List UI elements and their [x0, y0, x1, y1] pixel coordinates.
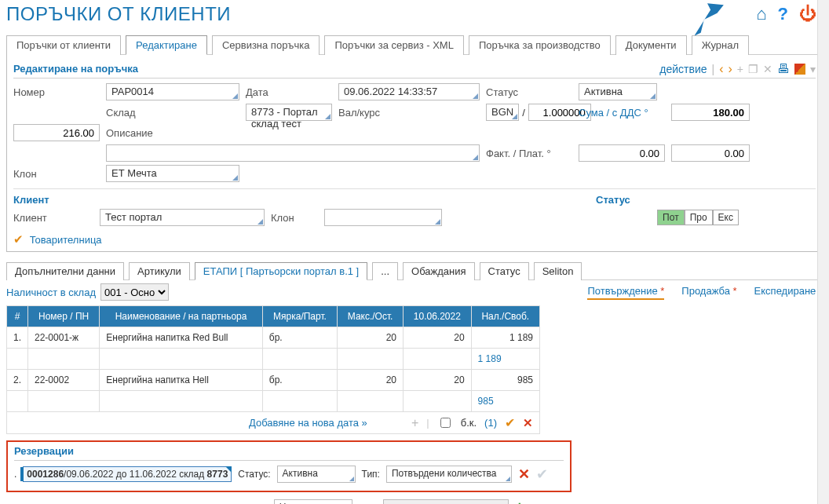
dropdown-icon[interactable]: ▾: [810, 63, 816, 75]
th-avail[interactable]: Нал./Своб.: [471, 306, 539, 327]
power-icon[interactable]: ⏻: [799, 4, 816, 24]
cell-date: 20: [404, 327, 472, 349]
cell-name: Енергийна напитка Red Bull: [100, 327, 263, 349]
items-table: # Номер / ПН Наименование / на партньора…: [6, 305, 540, 412]
copy-icon[interactable]: ❐: [748, 63, 758, 75]
th-idx[interactable]: #: [7, 306, 28, 327]
table-row[interactable]: 2. 22-0002 Енергийна напитка Hell бр. 20…: [7, 370, 540, 391]
subtab-dots[interactable]: ...: [372, 262, 398, 280]
cancel-icon[interactable]: ✕: [523, 416, 533, 430]
scrollbar[interactable]: [817, 0, 829, 504]
table-row-sub[interactable]: 985: [7, 391, 540, 412]
th-num[interactable]: Номер / ПН: [28, 306, 100, 327]
count-label: (1): [484, 417, 497, 429]
subtab-articles[interactable]: Артикули: [129, 262, 190, 280]
res-idx: .: [14, 469, 16, 480]
shipment-note-link[interactable]: Товарителница: [30, 234, 102, 246]
input-currency[interactable]: BGN: [486, 104, 519, 121]
tab-documents[interactable]: Документи: [615, 35, 687, 55]
create-status-input[interactable]: Нова: [274, 499, 352, 505]
th-unit[interactable]: Мярка/Парт.: [262, 306, 337, 327]
res-status-val: Активна: [283, 468, 318, 479]
res-type-input[interactable]: Потвърдени количества: [386, 466, 512, 483]
input-inv[interactable]: [579, 144, 665, 162]
table-row[interactable]: 1. 22-0001-ж Енергийна напитка Red Bull …: [7, 327, 540, 349]
res-badge-num: 0001286: [27, 469, 64, 480]
input-client-branch[interactable]: [324, 209, 442, 226]
input-number[interactable]: PAP0014: [106, 83, 239, 100]
confirm-icon[interactable]: ✔: [505, 415, 515, 430]
tab-edit[interactable]: Редактиране: [126, 35, 207, 55]
prev-record-icon[interactable]: ‹: [719, 62, 723, 76]
link-sale[interactable]: Продажба *: [681, 285, 736, 300]
create-add-icon[interactable]: +: [515, 499, 524, 504]
status-tag-eks[interactable]: Екс: [713, 210, 739, 225]
link-ship[interactable]: Експедиране *: [754, 285, 823, 300]
home-icon[interactable]: ⌂: [756, 4, 766, 24]
print-icon[interactable]: 🖶: [777, 62, 790, 76]
add-icon[interactable]: +: [737, 63, 743, 75]
reservation-badge[interactable]: 0001286/09.06.2022 до 11.06.2022 склад 8…: [23, 466, 232, 482]
input-date[interactable]: 09.06.2022 14:33:57: [338, 83, 480, 100]
add-date-link[interactable]: Добавяне на нова дата »: [249, 417, 367, 429]
edit-panel: Редактиране на поръчка действие | ‹ › + …: [6, 55, 823, 252]
input-client[interactable]: Тест портал: [100, 209, 265, 226]
label-client-branch: Клон: [271, 212, 318, 224]
th-name[interactable]: Наименование / на партньора: [100, 306, 263, 327]
create-status-val: Нова: [279, 502, 301, 505]
plus-icon[interactable]: +: [411, 416, 418, 430]
res-badge-text: /09.06.2022 до 11.06.2022 склад: [64, 469, 204, 480]
cell-name: Енергийна напитка Hell: [100, 370, 263, 391]
th-date[interactable]: 10.06.2022: [404, 306, 472, 327]
flag-icon[interactable]: [794, 64, 805, 75]
tab-production[interactable]: Поръчка за производство: [469, 35, 611, 55]
reservations-title: Резервации: [14, 445, 564, 461]
action-link[interactable]: действие: [659, 63, 707, 75]
check-icon: ✔: [13, 232, 24, 246]
th-max[interactable]: Макс./Ост.: [338, 306, 404, 327]
value-date: 09.06.2022 14:33:57: [344, 86, 437, 97]
tab-journal[interactable]: Журнал: [692, 35, 749, 55]
add-date-row: Добавяне на нова дата » + | б.к. (1) ✔ ✕: [6, 412, 540, 434]
subtab-status[interactable]: Статус: [480, 262, 529, 280]
input-paid[interactable]: [671, 144, 750, 162]
table-row-sub[interactable]: 1 189: [7, 349, 540, 370]
label-number: Номер: [13, 86, 100, 98]
label-currency: Вал/курс: [338, 107, 480, 119]
res-confirm-icon[interactable]: ✔: [536, 466, 548, 483]
subtab-stages[interactable]: ЕТАПИ [ Партьорски портал в.1 ]: [195, 262, 367, 280]
label-client-section: Клиент: [13, 194, 100, 206]
status-tag-pro[interactable]: Про: [685, 210, 713, 225]
input-description[interactable]: [106, 144, 480, 162]
reservation-row: . 0001286/09.06.2022 до 11.06.2022 склад…: [14, 466, 564, 483]
create-type-select[interactable]: Потвърдени количества: [383, 499, 509, 505]
header-icon-group: ⌂ ? ⏻: [756, 4, 816, 24]
cell-sub-avail: 985: [471, 391, 539, 412]
subtab-extra[interactable]: Допълнителни данни: [6, 262, 124, 280]
slash: /: [522, 107, 525, 119]
cell-avail: 1 189: [471, 327, 539, 349]
input-warehouse[interactable]: 8773 - Портал склад тест: [246, 104, 332, 121]
input-branch[interactable]: ЕТ Мечта: [106, 165, 239, 182]
cell-max: 20: [338, 370, 404, 391]
stock-label[interactable]: Наличност в склад: [6, 287, 96, 298]
tab-service-xml[interactable]: Поръчки за сервиз - XML: [324, 35, 463, 55]
input-status[interactable]: Активна: [579, 83, 657, 100]
close-icon[interactable]: ✕: [763, 63, 772, 75]
bk-checkbox[interactable]: [440, 418, 451, 428]
help-icon[interactable]: ?: [778, 4, 788, 24]
input-sum[interactable]: [671, 104, 750, 121]
subtab-seliton[interactable]: Seliton: [534, 262, 582, 280]
input-sum-vat[interactable]: [13, 124, 100, 141]
res-status-input[interactable]: Активна: [277, 466, 356, 483]
tab-service[interactable]: Сервизна поръчка: [212, 35, 320, 55]
subtab-calls[interactable]: Обаждания: [403, 262, 474, 280]
link-confirm[interactable]: Потвърждение *: [587, 285, 664, 300]
status-tag-pot[interactable]: Пот: [657, 210, 685, 225]
cell-date: 20: [404, 370, 472, 391]
next-record-icon[interactable]: ›: [728, 62, 732, 76]
res-delete-icon[interactable]: ✕: [518, 466, 530, 483]
bk-label: б.к.: [461, 417, 477, 429]
tab-orders[interactable]: Поръчки от клиенти: [6, 35, 121, 55]
stock-select[interactable]: 001 - Осно: [100, 283, 169, 301]
